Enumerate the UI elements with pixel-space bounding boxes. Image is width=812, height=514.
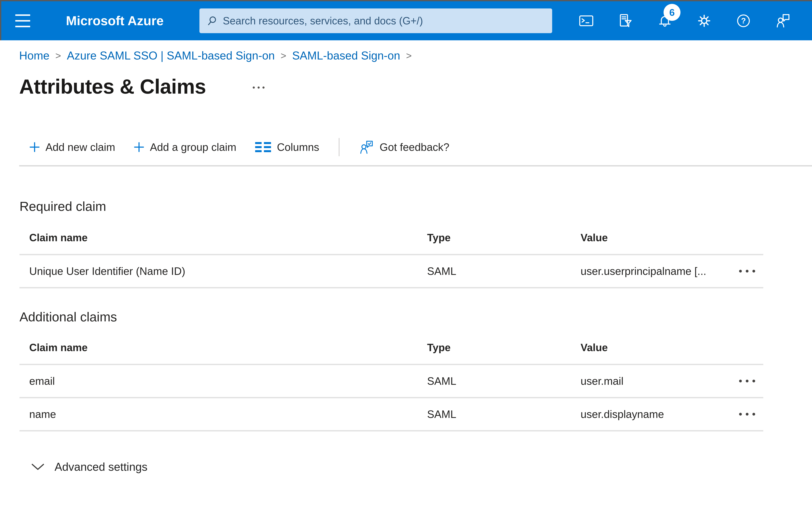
svg-text:?: ? (741, 17, 746, 25)
feedback-person-icon (359, 140, 374, 155)
notifications-button[interactable]: 6 (657, 13, 673, 29)
claim-value-cell: user.displayname (581, 408, 763, 421)
topbar-icon-group: 6 ? (578, 1, 791, 40)
breadcrumb-saml-signon-link[interactable]: SAML-based Sign-on (292, 49, 400, 62)
breadcrumb-home-link[interactable]: Home (19, 49, 50, 62)
page-title: Attributes & Claims (19, 75, 206, 99)
columns-button[interactable]: Columns (246, 137, 328, 158)
search-input[interactable] (217, 8, 552, 33)
azure-portal-screen: Microsoft Azure (0, 0, 812, 514)
settings-button[interactable] (696, 13, 712, 29)
claim-value-cell: user.mail (581, 375, 763, 387)
column-header-value: Value (581, 342, 763, 353)
add-group-claim-label: Add a group claim (150, 141, 236, 153)
table-header-row: Claim name Type Value (20, 336, 763, 365)
breadcrumb-separator-icon: > (406, 50, 412, 61)
azure-top-bar: Microsoft Azure (0, 1, 812, 40)
claim-row-nameid[interactable]: Unique User Identifier (Name ID) SAML us… (20, 255, 763, 288)
cloud-shell-button[interactable] (578, 13, 594, 29)
columns-label: Columns (277, 141, 319, 153)
add-new-claim-button[interactable]: Add new claim (20, 137, 124, 158)
advanced-settings-toggle[interactable]: Advanced settings (26, 457, 147, 477)
add-group-claim-button[interactable]: Add a group claim (124, 137, 246, 158)
column-header-claim-name: Claim name (20, 342, 427, 353)
add-new-claim-label: Add new claim (46, 141, 115, 153)
column-header-type: Type (427, 342, 581, 353)
row-context-menu-button[interactable] (737, 378, 757, 384)
directory-filter-icon (618, 13, 633, 29)
claim-name-cell: name (20, 408, 427, 421)
column-header-claim-name: Claim name (20, 232, 427, 244)
claim-type-cell: SAML (427, 375, 581, 387)
breadcrumb-app-sso-link[interactable]: Azure SAML SSO | SAML-based Sign-on (67, 49, 275, 62)
breadcrumb-separator-icon: > (55, 50, 61, 61)
columns-icon (255, 142, 271, 152)
row-context-menu-button[interactable] (737, 411, 757, 417)
plus-icon (30, 142, 40, 152)
toolbar-divider (339, 138, 340, 156)
window-border-left (0, 0, 1, 40)
search-icon (207, 16, 217, 26)
got-feedback-button[interactable]: Got feedback? (349, 137, 459, 158)
column-header-type: Type (427, 232, 581, 244)
directory-filter-button[interactable] (617, 13, 634, 29)
chevron-down-icon (31, 463, 45, 470)
ellipsis-icon (253, 86, 255, 89)
feedback-person-icon (775, 13, 790, 29)
claim-type-cell: SAML (427, 408, 581, 421)
hamburger-menu-button[interactable] (15, 15, 30, 27)
azure-brand-logo[interactable]: Microsoft Azure (66, 1, 164, 40)
claim-value-cell: user.userprincipalname [... (581, 265, 763, 277)
table-header-row: Claim name Type Value (20, 226, 763, 255)
plus-icon (134, 142, 144, 152)
breadcrumb: Home > Azure SAML SSO | SAML-based Sign-… (19, 49, 412, 62)
help-icon: ? (736, 13, 751, 29)
cloud-shell-icon (578, 13, 594, 29)
required-claim-heading: Required claim (20, 199, 106, 214)
claim-name-cell: Unique User Identifier (Name ID) (20, 265, 427, 277)
feedback-button[interactable] (775, 13, 791, 29)
window-border-top (0, 0, 812, 1)
claim-name-cell: email (20, 375, 427, 387)
claim-row-email[interactable]: email SAML user.mail (20, 365, 763, 398)
toolbar-divider-rule (19, 165, 812, 166)
required-claim-table: Claim name Type Value Unique User Identi… (20, 226, 763, 288)
additional-claims-heading: Additional claims (20, 309, 117, 324)
row-context-menu-button[interactable] (737, 268, 757, 274)
column-header-value: Value (581, 232, 763, 244)
global-search (199, 8, 552, 33)
claim-type-cell: SAML (427, 265, 581, 277)
settings-gear-icon (696, 13, 712, 29)
title-context-menu-button[interactable] (253, 86, 265, 89)
additional-claims-table: Claim name Type Value email SAML user.ma… (20, 336, 763, 431)
notification-badge: 6 (664, 4, 680, 21)
claim-row-name[interactable]: name SAML user.displayname (20, 398, 763, 431)
advanced-settings-label: Advanced settings (55, 460, 147, 474)
breadcrumb-separator-icon: > (281, 50, 286, 61)
got-feedback-label: Got feedback? (380, 141, 450, 153)
command-bar: Add new claim Add a group claim Columns … (20, 137, 459, 158)
help-button[interactable]: ? (735, 13, 752, 29)
